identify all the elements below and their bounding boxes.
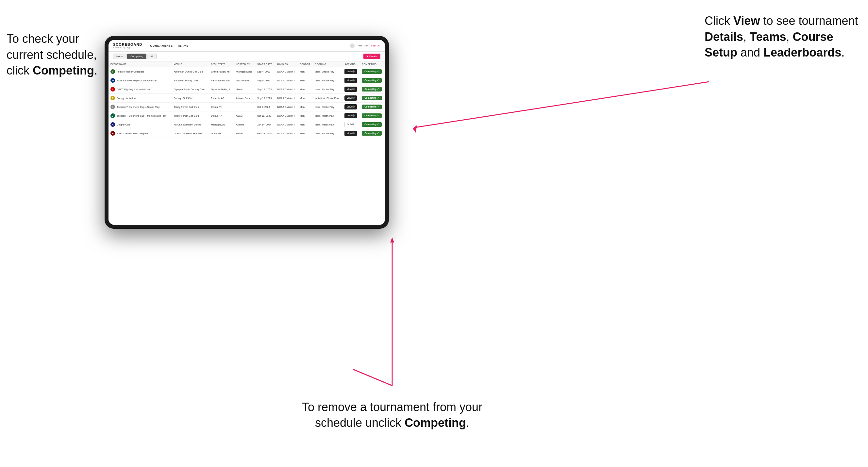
cell-hosted: Illinois [234,85,255,94]
cell-division: NCAA Division I [276,76,298,85]
cell-event-name: J Jackson T. Stephens Cup – Men's Match … [108,112,172,120]
competing-badge[interactable]: Competing ✓ [362,96,382,100]
cell-competing: Competing ✓ [360,85,385,94]
team-logo: H [111,131,115,136]
cell-division: NCAA Division I [276,67,298,76]
competing-badge[interactable]: Competing ✓ [362,104,382,109]
view-button[interactable]: View ⓘ [344,69,357,74]
brand-title: SCOREBOARD [113,43,142,46]
cell-gender: Men [298,129,313,138]
cell-competing: Competing ✓ [360,76,385,85]
annotation-top-left: To check your current schedule, click Co… [6,31,118,79]
tab-home[interactable]: Home [113,54,126,59]
brand: SCOREBOARD Powered by clipp [113,43,142,49]
cell-gender: Men [298,112,313,120]
cell-city: Olympia Fields, IL [209,85,234,94]
table-container: EVENT NAME VENUE CITY, STATE HOSTED BY S… [108,61,385,225]
cell-event-name: A Copper Cup [108,120,172,129]
svg-line-6 [353,369,392,385]
cell-gender: Men [298,120,313,129]
nav-tournaments[interactable]: TOURNAMENTS [148,44,173,48]
team-logo: W [111,78,115,83]
competing-badge[interactable]: Competing ✓ [362,69,382,74]
cell-start-date: Sep 9, 2023 [255,76,276,85]
cell-competing: Competing ✓ [360,94,385,103]
col-gender: GENDER [298,61,313,67]
cell-start-date: Jan 14, 2024 [255,120,276,129]
cell-scoring: team, Stroke Play [313,85,343,94]
competing-badge[interactable]: Competing ✓ [362,78,382,83]
cell-competing: Competing ✓ [360,129,385,138]
cell-gender: Men [298,67,313,76]
view-button[interactable]: View ⓘ [344,95,357,101]
team-logo: P [111,96,115,100]
cell-start-date: Oct 11, 2023 [255,112,276,120]
cell-city: Maricopa, AZ [209,120,234,129]
cell-division: NCAA Division I [276,120,298,129]
cell-city: Dallas, TX [209,103,234,112]
competing-badge[interactable]: Competing ✓ [362,122,382,127]
cell-hosted: Washington [234,76,255,85]
team-logo: J [111,114,115,118]
cell-venue: Ocean Course At Hokuala [172,129,209,138]
table-row: H John A. Burns Intercollegiate Ocean Co… [108,129,385,138]
cell-gender: Men [298,94,313,103]
cell-scoring: team, Stroke Play [313,129,343,138]
cell-venue: American Dunes Golf Club [172,67,209,76]
create-button[interactable]: + Create [364,54,380,59]
cell-scoring: team, Match Play [313,112,343,120]
event-name-text: 2023 Sahalee Players Championship [117,79,157,82]
cell-actions: View ⓘ [342,67,360,76]
col-start-date: START DATE [255,61,276,67]
cell-start-date: Sep 4, 2023 [255,67,276,76]
brand-sub: Powered by clipp [113,46,142,49]
event-name-text: Papago Individual [117,97,136,100]
cell-city: Grand Haven, MI [209,67,234,76]
cell-city: Dallas, TX [209,112,234,120]
edit-button[interactable]: ✎ Edit [344,122,356,127]
svg-marker-3 [413,125,417,133]
competing-badge[interactable]: Competing ✓ [362,114,382,118]
cell-hosted: Arizona State [234,94,255,103]
view-button[interactable]: View ⓘ [344,104,357,110]
cell-gender: Men [298,103,313,112]
cell-event-name: W 2023 Sahalee Players Championship [108,76,172,85]
cell-scoring: team, Stroke Play [313,67,343,76]
cell-venue: Trinity Forest Golf Club [172,103,209,112]
view-button[interactable]: View ⓘ [344,113,357,118]
cell-start-date: Sep 15, 2023 [255,85,276,94]
cell-event-name: I OFCC Fighting Illini Invitational [108,85,172,94]
cell-competing: Competing ✓ [360,120,385,129]
filter-bar: Home Competing All + Create [108,52,385,61]
tab-competing[interactable]: Competing [127,54,147,59]
user-icon [350,43,354,48]
cell-actions: View ⓘ [342,85,360,94]
signout-link[interactable]: Sign out [371,44,380,47]
table-row: F Folds of Honor Collegiate American Dun… [108,67,385,76]
col-division: DIVISION [276,61,298,67]
tab-all[interactable]: All [147,54,157,59]
nav-right: Test User Sign out [350,43,380,48]
table-row: I OFCC Fighting Illini Invitational Olym… [108,85,385,94]
view-button[interactable]: View ⓘ [344,87,357,92]
competing-badge[interactable]: Competing ✓ [362,87,382,92]
cell-division: NCAA Division I [276,94,298,103]
nav-links: TOURNAMENTS TEAMS [148,44,344,48]
view-button[interactable]: View ⓘ [344,131,357,136]
col-venue: VENUE [172,61,209,67]
table-row: W 2023 Sahalee Players Championship Saha… [108,76,385,85]
cell-hosted: ABAC [234,112,255,120]
cell-division: NCAA Division I [276,112,298,120]
competing-badge[interactable]: Competing ✓ [362,131,382,136]
cell-venue: Ak-Chin Southern Dunes [172,120,209,129]
view-button[interactable]: View ⓘ [344,78,357,83]
cell-scoring: team, Match Play [313,120,343,129]
annotation-top-right: Click View to see tournament Details, Te… [705,13,862,61]
cell-actions: View ⓘ [342,103,360,112]
event-name-text: Folds of Honor Collegiate [117,70,145,73]
cell-venue: Papago Golf Club [172,94,209,103]
tablet-device: SCOREBOARD Powered by clipp TOURNAMENTS … [104,36,389,229]
col-competing: COMPETING [360,61,385,67]
nav-teams[interactable]: TEAMS [178,44,189,48]
table-body: F Folds of Honor Collegiate American Dun… [108,67,385,138]
